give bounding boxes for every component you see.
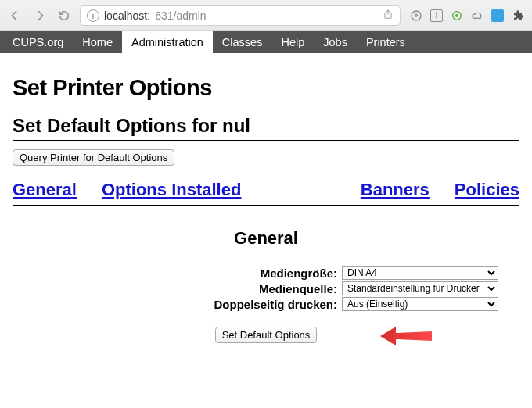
anchor-banners[interactable]: Banners: [361, 180, 430, 200]
options-form: Mediengröße: DIN A4 Medienquelle: Standa…: [13, 266, 519, 343]
toolbar-icons: I: [410, 9, 524, 22]
tab-jobs[interactable]: Jobs: [314, 31, 357, 53]
forward-button[interactable]: [33, 9, 47, 23]
url-path: 631/admin: [155, 9, 206, 22]
downloads-icon[interactable]: [410, 9, 422, 22]
site-info-icon[interactable]: i: [87, 9, 99, 22]
address-bar[interactable]: i localhost:631/admin: [80, 5, 401, 26]
media-size-label: Mediengröße:: [34, 267, 339, 280]
url-host: localhost:: [104, 9, 150, 22]
browser-chrome: i localhost:631/admin I: [0, 0, 532, 31]
anchor-policies[interactable]: Policies: [455, 180, 519, 200]
back-button[interactable]: [8, 9, 22, 23]
extensions-icon[interactable]: [512, 9, 524, 22]
tab-classes[interactable]: Classes: [213, 31, 272, 53]
nav-tabs: CUPS.org Home Administration Classes Hel…: [0, 31, 532, 53]
duplex-label: Doppelseitig drucken:: [34, 298, 339, 311]
page-content: Set Printer Options Set Default Options …: [0, 53, 532, 351]
set-default-options-button[interactable]: Set Default Options: [215, 327, 318, 343]
extension-blue-icon[interactable]: [491, 9, 504, 22]
duplex-select[interactable]: Aus (Einseitig): [342, 297, 498, 311]
annotation-arrow-icon: [379, 325, 433, 347]
tab-help[interactable]: Help: [271, 31, 314, 53]
media-source-label: Medienquelle:: [34, 282, 339, 295]
media-source-select[interactable]: Standardeinstellung für Drucker: [342, 281, 498, 295]
instapaper-icon[interactable]: I: [430, 9, 443, 22]
tab-home[interactable]: Home: [73, 31, 122, 53]
svg-marker-4: [380, 327, 432, 345]
page-title: Set Printer Options: [13, 75, 519, 101]
reload-button[interactable]: [58, 9, 70, 22]
share-icon[interactable]: [383, 9, 394, 22]
page-subtitle: Set Default Options for nul: [13, 115, 519, 141]
tab-cups-org[interactable]: CUPS.org: [3, 31, 73, 53]
media-size-select[interactable]: DIN A4: [342, 266, 498, 280]
query-defaults-button[interactable]: Query Printer for Default Options: [13, 149, 174, 166]
section-title: General: [13, 228, 519, 249]
anchor-general[interactable]: General: [13, 180, 77, 200]
tab-administration[interactable]: Administration: [122, 31, 213, 53]
evernote-icon[interactable]: [451, 9, 463, 22]
cloud-icon[interactable]: [471, 9, 483, 22]
svg-point-3: [455, 14, 458, 17]
section-anchors: General Options Installed Banners Polici…: [13, 180, 519, 206]
tab-printers[interactable]: Printers: [357, 31, 415, 53]
anchor-options-installed[interactable]: Options Installed: [102, 180, 241, 200]
